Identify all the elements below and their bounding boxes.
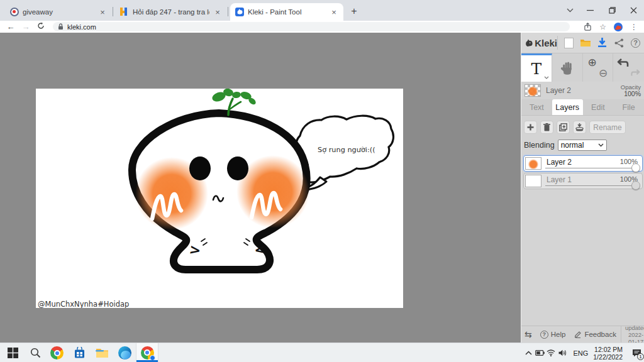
tool-hand[interactable] bbox=[552, 53, 583, 82]
notification-center-button[interactable]: 1 bbox=[629, 343, 644, 362]
window-restore-button[interactable] bbox=[607, 5, 618, 16]
taskbar-chrome-button[interactable] bbox=[49, 345, 65, 361]
new-image-button[interactable] bbox=[560, 35, 577, 50]
window-close-button[interactable] bbox=[628, 5, 639, 16]
tab-edit[interactable]: Edit bbox=[583, 99, 614, 115]
start-button[interactable] bbox=[5, 345, 21, 361]
plus-icon bbox=[527, 124, 534, 131]
zoom-in-icon[interactable]: ⊕ bbox=[588, 56, 597, 69]
time: 12:02 PM bbox=[593, 346, 623, 353]
opacity-slider-knob[interactable] bbox=[631, 181, 640, 190]
taskbar-explorer-button[interactable] bbox=[94, 345, 110, 361]
layer-1-thumbnail bbox=[525, 175, 541, 187]
kleki-logo-icon bbox=[525, 37, 533, 49]
volume-icon[interactable] bbox=[557, 343, 568, 362]
hoidap-favicon-icon bbox=[120, 8, 129, 16]
select-chevron-icon bbox=[598, 143, 604, 147]
bookmark-star-icon[interactable]: ☆ bbox=[599, 23, 606, 31]
browser-menu-icon[interactable]: ⋮ bbox=[630, 23, 638, 31]
tab-separator bbox=[228, 7, 228, 16]
tab-text[interactable]: Text bbox=[521, 99, 552, 115]
save-button[interactable] bbox=[594, 35, 611, 50]
open-file-button[interactable] bbox=[577, 35, 594, 50]
back-button[interactable]: ← bbox=[5, 21, 16, 33]
notification-badge: 1 bbox=[637, 353, 644, 360]
system-tray: ENG 12:02 PM 1/22/2022 1 bbox=[523, 343, 644, 362]
share-button[interactable] bbox=[611, 35, 628, 50]
trash-icon bbox=[543, 123, 550, 131]
kleki-header: Kleki ? bbox=[521, 33, 644, 53]
tab-close-icon[interactable]: × bbox=[330, 8, 338, 17]
duplicate-layer-button[interactable] bbox=[557, 121, 570, 134]
profile-avatar[interactable] bbox=[614, 23, 623, 31]
redo-icon[interactable] bbox=[630, 69, 640, 78]
delete-layer-button[interactable] bbox=[540, 121, 553, 134]
wifi-icon[interactable] bbox=[545, 343, 557, 362]
current-layer-info[interactable]: Layer 2 Opacity 100% bbox=[521, 82, 644, 99]
clock[interactable]: 12:02 PM 1/22/2022 bbox=[593, 346, 629, 361]
swap-panel-icon[interactable]: ⇆ bbox=[521, 329, 536, 339]
battery-icon[interactable] bbox=[534, 343, 545, 362]
tab-layers[interactable]: Layers bbox=[552, 99, 583, 115]
feet-mark-right: < bbox=[253, 241, 267, 258]
tab-giveaway[interactable]: giveaway × bbox=[5, 3, 112, 21]
opacity-slider-knob[interactable] bbox=[631, 163, 640, 172]
new-tab-button[interactable]: + bbox=[347, 4, 361, 18]
layer-row-2[interactable]: Layer 2 100% bbox=[523, 155, 643, 172]
tool-undo-redo[interactable] bbox=[613, 53, 644, 82]
kleki-brand[interactable]: Kleki bbox=[521, 37, 557, 49]
tab-close-icon[interactable]: × bbox=[213, 8, 222, 17]
text-tool-icon: T bbox=[531, 61, 542, 77]
add-layer-button[interactable] bbox=[524, 121, 537, 134]
kleki-page: > < Sợ rung người:(( @MunChxNynha#Hoidap bbox=[0, 33, 644, 343]
tray-expand-chevron-icon[interactable] bbox=[523, 343, 534, 362]
current-layer-name: Layer 2 bbox=[546, 86, 571, 95]
window-minimize-button[interactable] bbox=[585, 5, 596, 16]
screen: giveaway × Hỏi đáp 247 - trang tra loi ×… bbox=[0, 0, 644, 362]
share-icon[interactable] bbox=[584, 23, 592, 31]
url-text: kleki.com bbox=[67, 23, 96, 31]
tool-zoom[interactable]: ⊕ ⊖ bbox=[583, 53, 614, 82]
tab-kleki-active[interactable]: Kleki - Paint Tool × bbox=[230, 3, 343, 21]
opacity-slider-track bbox=[545, 168, 637, 168]
search-icon bbox=[30, 348, 41, 358]
address-bar[interactable]: kleki.com bbox=[53, 22, 570, 31]
tool-expand-chevron-icon bbox=[544, 76, 549, 79]
feet-mark-left: > bbox=[188, 241, 202, 258]
reload-button[interactable] bbox=[35, 21, 47, 33]
taskbar-chrome-active-button[interactable] bbox=[136, 343, 158, 362]
feedback-link[interactable]: Feedback bbox=[570, 331, 621, 338]
tab-title: Kleki - Paint Tool bbox=[248, 8, 326, 16]
layer-buttons: Rename bbox=[524, 121, 626, 134]
forward-button[interactable]: → bbox=[20, 21, 31, 33]
blending-label: Blending bbox=[524, 141, 555, 150]
kleki-favicon-icon bbox=[235, 8, 244, 16]
tab-close-icon[interactable]: × bbox=[98, 8, 107, 17]
tab-search-chevron-icon[interactable] bbox=[565, 5, 575, 16]
tool-text[interactable]: T bbox=[521, 53, 552, 82]
rename-layer-button[interactable]: Rename bbox=[589, 121, 626, 134]
tab-file[interactable]: File bbox=[613, 99, 644, 115]
tab-hoidap[interactable]: Hỏi đáp 247 - trang tra loi × bbox=[115, 3, 227, 21]
taskbar-search-button[interactable] bbox=[28, 345, 43, 361]
chrome-icon bbox=[50, 346, 64, 359]
layer-2-thumbnail bbox=[525, 157, 541, 170]
taskbar-edge-button[interactable] bbox=[117, 345, 133, 361]
merge-icon bbox=[575, 123, 584, 131]
taskbar-store-button[interactable] bbox=[72, 345, 87, 361]
paint-canvas[interactable]: > < Sợ rung người:(( @MunChxNynha#Hoidap bbox=[36, 89, 403, 308]
help-link[interactable]: ? Help bbox=[536, 331, 570, 339]
chrome-badge bbox=[150, 355, 155, 361]
edge-icon bbox=[118, 346, 131, 359]
share-nodes-icon bbox=[614, 38, 624, 48]
language-indicator[interactable]: ENG bbox=[568, 349, 593, 357]
undo-icon[interactable] bbox=[617, 58, 630, 69]
help-button[interactable]: ? bbox=[627, 35, 644, 50]
blending-select[interactable]: normal bbox=[558, 140, 607, 151]
windows-logo-icon bbox=[8, 348, 18, 358]
zoom-out-icon[interactable]: ⊖ bbox=[599, 67, 608, 80]
layer-row-1[interactable]: Layer 1 100% bbox=[523, 173, 643, 189]
tab-title: Hỏi đáp 247 - trang tra loi bbox=[133, 8, 209, 16]
eye-right bbox=[227, 156, 248, 180]
merge-layer-button[interactable] bbox=[573, 121, 586, 134]
